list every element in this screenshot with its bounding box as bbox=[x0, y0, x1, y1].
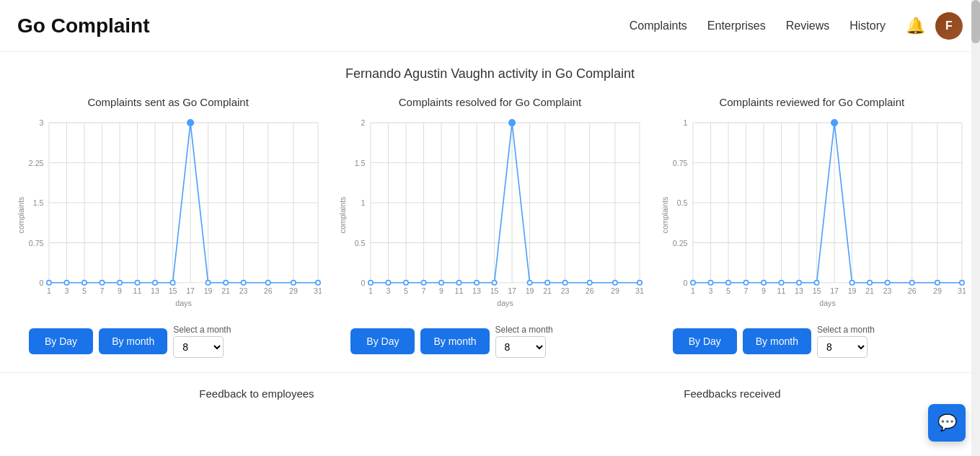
svg-point-52 bbox=[224, 281, 228, 285]
svg-text:2.25: 2.25 bbox=[29, 159, 44, 167]
svg-point-159 bbox=[743, 281, 748, 285]
svg-point-102 bbox=[422, 281, 426, 285]
chart-resolved-month-select[interactable]: 8 1234 5679 101112 bbox=[495, 336, 546, 358]
chart-sent: Complaints sent as Go Complaint bbox=[14, 96, 322, 358]
svg-text:9: 9 bbox=[439, 286, 443, 295]
scrollbar[interactable] bbox=[971, 0, 980, 414]
chart-reviewed-controls: By Day By month Select a month 8 1234 56… bbox=[658, 325, 966, 358]
svg-text:26: 26 bbox=[586, 286, 594, 295]
svg-text:19: 19 bbox=[847, 286, 856, 295]
chart-resolved-controls: By Day By month Select a month 8 1234 56… bbox=[336, 325, 643, 358]
chart-resolved-month-selector: Select a month 8 1234 5679 101112 bbox=[495, 325, 553, 358]
svg-point-168 bbox=[909, 281, 914, 285]
svg-text:15: 15 bbox=[812, 286, 821, 295]
svg-point-106 bbox=[493, 281, 497, 285]
svg-text:7: 7 bbox=[743, 286, 748, 295]
chart-sent-by-day-button[interactable]: By Day bbox=[29, 328, 93, 354]
svg-point-112 bbox=[613, 281, 617, 285]
svg-text:1: 1 bbox=[368, 286, 373, 295]
app-logo: Go Complaint bbox=[17, 14, 150, 38]
chart-resolved-by-day-button[interactable]: By Day bbox=[350, 328, 415, 354]
notification-bell-icon[interactable]: 🔔 bbox=[906, 17, 925, 35]
svg-text:31: 31 bbox=[958, 286, 966, 295]
svg-text:29: 29 bbox=[933, 286, 942, 295]
svg-text:11: 11 bbox=[133, 286, 142, 295]
scrollbar-thumb[interactable] bbox=[971, 0, 980, 43]
header: Go Complaint Complaints Enterprises Revi… bbox=[0, 0, 980, 52]
svg-point-50 bbox=[187, 120, 194, 126]
svg-text:31: 31 bbox=[635, 286, 643, 295]
svg-text:0.75: 0.75 bbox=[672, 159, 687, 167]
svg-text:days: days bbox=[819, 299, 835, 307]
svg-text:23: 23 bbox=[883, 286, 891, 295]
chart-reviewed-by-month-button[interactable]: By month bbox=[743, 328, 811, 354]
chart-reviewed-by-day-button[interactable]: By Day bbox=[673, 328, 737, 354]
svg-text:7: 7 bbox=[100, 286, 105, 295]
svg-text:5: 5 bbox=[404, 286, 408, 295]
svg-text:0.25: 0.25 bbox=[672, 239, 687, 247]
svg-text:9: 9 bbox=[762, 286, 766, 295]
chat-button[interactable]: 💬 bbox=[928, 404, 966, 414]
svg-point-44 bbox=[82, 281, 87, 285]
svg-text:21: 21 bbox=[865, 286, 874, 295]
svg-text:1: 1 bbox=[47, 286, 51, 295]
svg-point-54 bbox=[266, 281, 270, 285]
svg-point-101 bbox=[404, 281, 408, 285]
svg-text:26: 26 bbox=[264, 286, 273, 295]
svg-point-53 bbox=[241, 281, 245, 285]
svg-point-47 bbox=[135, 281, 139, 285]
user-avatar[interactable]: F bbox=[935, 12, 963, 40]
feedback-employees-title: Feedback to employees bbox=[199, 387, 314, 400]
svg-point-110 bbox=[563, 281, 568, 285]
svg-text:11: 11 bbox=[455, 286, 464, 295]
svg-text:days: days bbox=[175, 299, 191, 307]
header-icons: 🔔 F bbox=[906, 12, 963, 40]
svg-point-48 bbox=[153, 281, 157, 285]
svg-text:21: 21 bbox=[544, 286, 552, 295]
chart-reviewed-svg: 1 0.75 0.5 0.25 0 complaints 1 3 5 7 9 1… bbox=[658, 114, 966, 316]
svg-point-56 bbox=[316, 281, 320, 285]
svg-point-55 bbox=[291, 281, 296, 285]
svg-text:15: 15 bbox=[490, 286, 499, 295]
chart-resolved: Complaints resolved for Go Complaint bbox=[336, 96, 643, 358]
svg-text:21: 21 bbox=[221, 286, 230, 295]
svg-text:days: days bbox=[498, 299, 513, 307]
svg-point-104 bbox=[457, 281, 462, 285]
chart-resolved-by-month-button[interactable]: By month bbox=[420, 328, 489, 354]
nav-enterprises[interactable]: Enterprises bbox=[707, 19, 766, 32]
svg-point-107 bbox=[509, 120, 516, 126]
chart-sent-by-month-button[interactable]: By month bbox=[99, 328, 167, 354]
page-subtitle: Fernando Agustin Vaughn activity in Go C… bbox=[0, 52, 980, 89]
chart-resolved-month-label: Select a month bbox=[495, 325, 553, 335]
svg-point-156 bbox=[690, 281, 694, 285]
svg-text:3: 3 bbox=[387, 286, 391, 295]
chart-sent-month-select[interactable]: 8 1234 5679 101112 bbox=[173, 336, 224, 358]
chart-sent-month-label: Select a month bbox=[173, 325, 231, 335]
nav-complaints[interactable]: Complaints bbox=[630, 19, 687, 32]
svg-text:5: 5 bbox=[726, 286, 730, 295]
chart-resolved-title: Complaints resolved for Go Complaint bbox=[399, 96, 581, 108]
nav-reviews[interactable]: Reviews bbox=[786, 19, 829, 32]
svg-point-100 bbox=[387, 281, 391, 285]
chart-reviewed: Complaints reviewed for Go Complaint bbox=[658, 96, 966, 358]
svg-point-165 bbox=[849, 281, 854, 285]
nav-history[interactable]: History bbox=[849, 19, 886, 32]
chart-reviewed-wrapper: 1 0.75 0.5 0.25 0 complaints 1 3 5 7 9 1… bbox=[658, 114, 966, 316]
svg-text:13: 13 bbox=[151, 286, 159, 295]
svg-point-51 bbox=[206, 281, 210, 285]
svg-text:complaints: complaints bbox=[338, 197, 347, 234]
chart-reviewed-month-select[interactable]: 8 1234 5679 101112 bbox=[817, 336, 868, 358]
svg-text:5: 5 bbox=[82, 286, 87, 295]
chart-sent-month-selector: Select a month 8 1234 5679 101112 bbox=[173, 325, 231, 358]
svg-text:0.75: 0.75 bbox=[29, 239, 44, 247]
svg-point-43 bbox=[64, 281, 69, 285]
svg-text:0: 0 bbox=[683, 279, 687, 287]
svg-point-46 bbox=[118, 281, 122, 285]
chart-sent-wrapper: 3 2.25 1.5 0.75 0 complaints 1 3 5 7 9 1… bbox=[14, 114, 322, 316]
svg-point-161 bbox=[779, 281, 783, 285]
svg-text:19: 19 bbox=[526, 286, 534, 295]
svg-point-108 bbox=[528, 281, 532, 285]
svg-point-160 bbox=[761, 281, 765, 285]
svg-text:3: 3 bbox=[708, 286, 712, 295]
svg-text:17: 17 bbox=[186, 286, 195, 295]
